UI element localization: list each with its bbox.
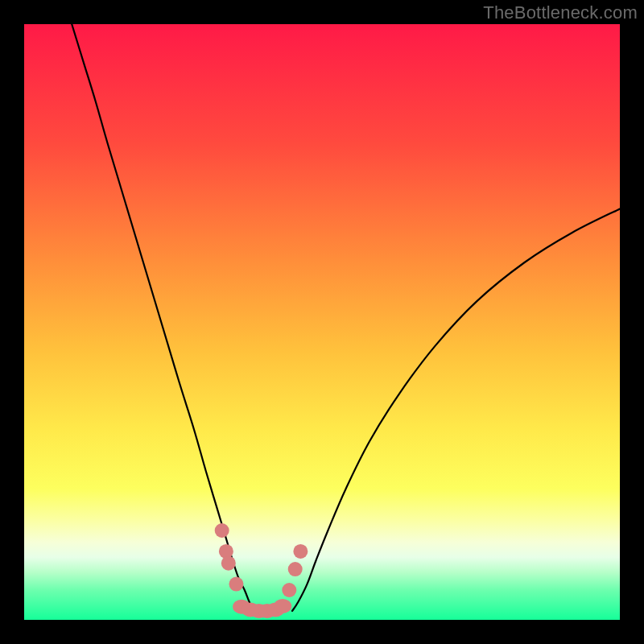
chart-background	[24, 24, 620, 620]
marker-left-dots	[229, 577, 243, 592]
marker-right-dots	[293, 544, 308, 559]
chart-frame: TheBottleneck.com	[0, 0, 644, 644]
watermark-label: TheBottleneck.com	[483, 2, 638, 23]
chart-canvas	[24, 24, 620, 620]
marker-left-dots	[215, 523, 229, 538]
marker-left-dots	[219, 544, 233, 559]
plot-area	[24, 24, 620, 620]
marker-right-dots	[288, 562, 303, 576]
marker-right-dots	[282, 583, 296, 597]
marker-left-dots	[221, 556, 236, 571]
marker-bridge	[274, 599, 291, 613]
